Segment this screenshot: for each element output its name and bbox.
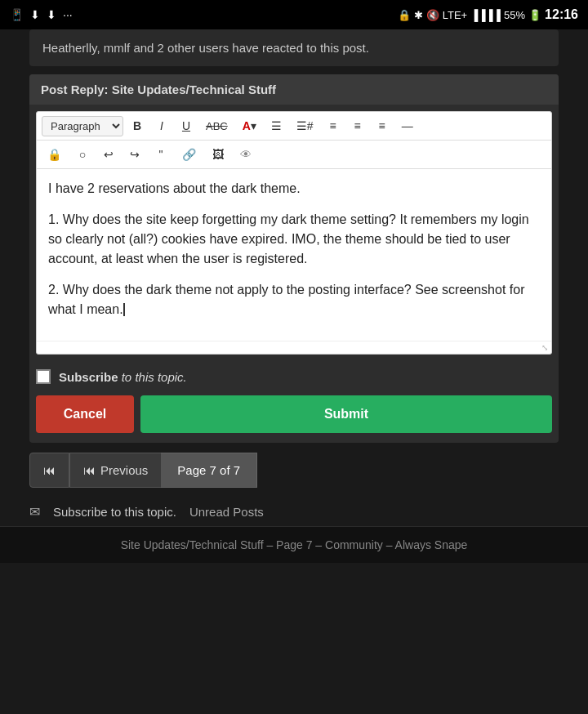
submit-button[interactable]: Submit [140, 395, 552, 433]
toolbar-row1: Paragraph B I U ABC A ▾ ☰ ☰# ≡ ≡ ≡ — [37, 112, 551, 141]
previous-page-button[interactable]: ⏮ Previous [69, 453, 161, 488]
color-button[interactable]: A ▾ [237, 115, 262, 136]
lock-toolbar-button[interactable]: 🔒 [42, 144, 67, 165]
first-page-icon: ⏮ [43, 463, 56, 477]
lock-icon: 🔒 [398, 9, 411, 21]
app-icon: 📱 [10, 8, 24, 21]
unordered-list-button[interactable]: ☰ [265, 115, 287, 136]
circle-button[interactable]: ○ [72, 144, 93, 165]
italic-button[interactable]: I [151, 115, 172, 136]
battery-icon: 🔋 [528, 9, 541, 21]
cancel-button[interactable]: Cancel [36, 395, 134, 433]
unread-posts-link[interactable]: Unread Posts [189, 505, 264, 519]
pagination-row: ⏮ ⏮ Previous Page 7 of 7 [0, 443, 588, 498]
reaction-message: Heatherlly, mmlf and 2 other users have … [29, 29, 559, 66]
quote-button[interactable]: " [150, 144, 172, 165]
align-center-button[interactable]: ≡ [347, 115, 368, 136]
underline-button[interactable]: U [176, 115, 197, 136]
align-right-button[interactable]: ≡ [372, 115, 393, 136]
editor-paragraph-1: I have 2 reservations about the dark the… [48, 179, 540, 199]
resize-icon: ⤡ [541, 343, 548, 352]
undo-button[interactable]: ↩ [98, 144, 119, 165]
status-right-icons: 🔒 ✱ 🔇 LTE+ ▐▐▐▐ 55% 🔋 12:16 [398, 7, 578, 22]
mail-icon: ✉ [29, 504, 40, 520]
subscribe-bottom-link[interactable]: Subscribe to this topic. [53, 505, 176, 519]
editor-resize-handle[interactable]: ⤡ [37, 341, 551, 354]
download-icon: ⬇ [30, 8, 40, 21]
ordered-list-button[interactable]: ☰# [291, 115, 319, 136]
download2-icon: ⬇ [47, 8, 56, 21]
current-page-indicator: Page 7 of 7 [161, 453, 257, 488]
bluetooth-icon: ✱ [414, 9, 423, 21]
editor-content[interactable]: I have 2 reservations about the dark the… [37, 169, 551, 341]
subscribe-checkbox[interactable] [36, 369, 51, 384]
editor-paragraph-2: 1. Why does the site keep forgetting my … [48, 210, 540, 269]
hr-button[interactable]: — [396, 115, 419, 136]
editor-wrapper: Paragraph B I U ABC A ▾ ☰ ☰# ≡ ≡ ≡ — 🔒 ○… [36, 111, 552, 355]
post-reply-header: Post Reply: Site Updates/Technical Stuff [29, 74, 559, 105]
network-label: LTE+ [443, 9, 467, 21]
editor-paragraph-3: 2. Why does the dark theme not apply to … [48, 280, 540, 319]
link-button[interactable]: 🔗 [176, 144, 202, 165]
time-display: 12:16 [545, 7, 578, 22]
mute-icon: 🔇 [426, 9, 439, 21]
format-select[interactable]: Paragraph [42, 116, 123, 136]
text-cursor [123, 303, 125, 316]
bottom-bar: ✉ Subscribe to this topic. Unread Posts [0, 498, 588, 526]
toolbar-row2: 🔒 ○ ↩ ↪ " 🔗 🖼 👁 [37, 141, 551, 169]
signal-icon: ▐▐▐▐ [470, 9, 501, 21]
subscribe-row: Subscribe to this topic. [29, 361, 559, 392]
post-reply-container: Post Reply: Site Updates/Technical Stuff… [29, 74, 559, 443]
action-buttons: Cancel Submit [29, 392, 559, 443]
status-bar: 📱 ⬇ ⬇ ··· 🔒 ✱ 🔇 LTE+ ▐▐▐▐ 55% 🔋 12:16 [0, 0, 588, 29]
bold-button[interactable]: B [127, 115, 148, 136]
status-left-icons: 📱 ⬇ ⬇ ··· [10, 8, 73, 21]
prev-icon: ⏮ [83, 463, 96, 477]
first-page-button[interactable]: ⏮ [29, 453, 69, 488]
footer: Site Updates/Technical Stuff – Page 7 – … [0, 526, 588, 563]
battery-percent: 55% [504, 9, 525, 21]
more-icon: ··· [63, 8, 73, 21]
image-button[interactable]: 🖼 [207, 144, 229, 165]
redo-button[interactable]: ↪ [124, 144, 145, 165]
align-left-button[interactable]: ≡ [323, 115, 344, 136]
subscribe-label: Subscribe to this topic. [59, 370, 187, 384]
strikethrough-button[interactable]: ABC [200, 115, 234, 136]
hide-button[interactable]: 👁 [234, 144, 257, 165]
